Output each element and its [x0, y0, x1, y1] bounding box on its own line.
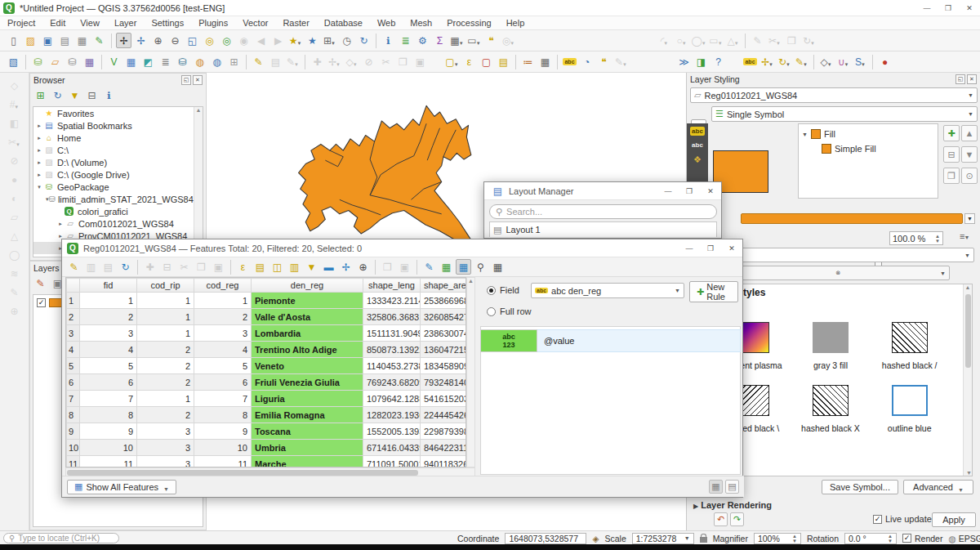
- cell-fid[interactable]: 9: [80, 423, 137, 440]
- attribute-table-grid[interactable]: fidcod_ripcod_regden_regshape_lengshape_…: [65, 277, 466, 467]
- cell-fid[interactable]: 10: [80, 440, 137, 456]
- row-number-cell[interactable]: 8: [67, 407, 80, 423]
- tree-arrow-icon[interactable]: ▸: [35, 172, 43, 178]
- tree-arrow-icon[interactable]: ▸: [35, 147, 43, 154]
- add-wms-layer-icon[interactable]: ◍: [192, 54, 207, 69]
- delete-selected-icon[interactable]: ⊘: [361, 54, 376, 69]
- attr-close-button[interactable]: ✕: [721, 241, 742, 256]
- save-symbol-button[interactable]: Save Symbol...: [822, 480, 898, 494]
- duplicate-symbol-layer-button[interactable]: ❐: [943, 168, 960, 184]
- vertex-editor-icon[interactable]: ◇▼: [818, 54, 834, 69]
- conditional-formatting-icon[interactable]: ✎: [421, 259, 437, 275]
- select-by-expression-icon[interactable]: ε: [461, 54, 477, 69]
- cell-shape_leng[interactable]: 850873.139229: [363, 342, 421, 358]
- delete-feature-row-icon[interactable]: ⊟: [159, 259, 175, 275]
- field-radio[interactable]: Field: [487, 285, 519, 295]
- show-all-features-button[interactable]: ▦ Show All Features ▼: [67, 480, 176, 494]
- browser-float-icon[interactable]: ◱: [181, 75, 191, 85]
- add-selected-layers-icon[interactable]: ⊞: [33, 88, 48, 104]
- cell-cod_reg[interactable]: 10: [194, 440, 252, 456]
- menu-processing[interactable]: Processing: [439, 17, 498, 29]
- lm-minimize-button[interactable]: —: [657, 184, 679, 199]
- cell-cod_rip[interactable]: 1: [137, 293, 194, 309]
- new-project-icon[interactable]: ▯: [6, 33, 21, 48]
- cut-row-icon[interactable]: ✂: [176, 259, 192, 275]
- data-source-manager-icon[interactable]: ▧: [6, 54, 21, 69]
- tracing-icon[interactable]: S▼: [853, 54, 868, 69]
- color-dropdown-icon[interactable]: ▼: [964, 213, 975, 224]
- cell-den_reg[interactable]: Toscana: [252, 423, 363, 440]
- cell-shape_area[interactable]: 9401183265.4: [421, 456, 467, 468]
- menu-web[interactable]: Web: [370, 17, 403, 29]
- menu-raster[interactable]: Raster: [275, 17, 316, 29]
- move-feature-icon[interactable]: ✢▼: [327, 54, 342, 69]
- add-mesh-layer-icon[interactable]: ◩: [140, 54, 156, 69]
- undo-style-button[interactable]: ↶: [714, 512, 728, 526]
- table-row[interactable]: 8828Emilia Romagna1282023.19366224445426…: [67, 407, 467, 423]
- toggle-editing-mode-icon[interactable]: ✎: [66, 259, 82, 275]
- cell-cod_rip[interactable]: 1: [137, 309, 194, 325]
- adv-digitize-tool-9-icon[interactable]: △: [7, 228, 22, 244]
- statistical-summary-icon[interactable]: ≣: [398, 33, 413, 48]
- cell-den_reg[interactable]: Friuli Venezia Giulia: [252, 374, 363, 391]
- label-change-icon[interactable]: ✎▼: [794, 54, 809, 69]
- cell-cod_rip[interactable]: 3: [137, 456, 194, 468]
- style-item-hashed-black-x[interactable]: hashed black X: [791, 385, 871, 433]
- map-tips-2-icon[interactable]: ❝: [596, 54, 612, 69]
- zoom-in-icon[interactable]: ⊕: [150, 33, 166, 48]
- reload-table-icon[interactable]: ↻: [118, 259, 133, 275]
- cell-cod_rip[interactable]: 2: [137, 358, 194, 374]
- browser-item-c-google-drive[interactable]: ▸▨C:\ (Google Drive): [33, 168, 203, 181]
- digitize-rectangle-icon[interactable]: ▭▼: [708, 33, 724, 48]
- scale-combo[interactable]: 1:7253278▼: [632, 533, 694, 544]
- menu-edit[interactable]: Edit: [42, 17, 73, 29]
- column-header-cod_rip[interactable]: cod_rip: [137, 279, 194, 293]
- collapse-all-icon[interactable]: ⊟: [84, 88, 100, 104]
- new-bookmark-icon[interactable]: ★▼: [287, 33, 303, 48]
- table-row[interactable]: 4424Trentino Alto Adige850873.1392291360…: [67, 342, 467, 358]
- style-manager-icon[interactable]: ✎: [91, 33, 107, 48]
- snapping-icon[interactable]: ∪▼: [835, 54, 851, 69]
- label-move-icon[interactable]: ✢▼: [760, 54, 775, 69]
- zoom-out-icon[interactable]: ⊖: [167, 33, 183, 48]
- cell-den_reg[interactable]: Veneto: [252, 358, 363, 374]
- filter-select-icon[interactable]: ▼: [304, 259, 319, 275]
- menu-vector[interactable]: Vector: [235, 17, 275, 29]
- redo-style-button[interactable]: ↷: [730, 512, 744, 526]
- browser-scrollbar[interactable]: ▲: [194, 107, 203, 257]
- add-feature-icon[interactable]: ✚: [310, 54, 325, 69]
- lock-scale-icon[interactable]: [700, 537, 707, 543]
- add-vector-layer-icon[interactable]: V: [106, 54, 122, 69]
- layer-rendering-section[interactable]: ▶ Layer Rendering: [693, 500, 772, 510]
- cell-shape_leng[interactable]: 769243.682097: [363, 374, 421, 391]
- format-rule-row[interactable]: abc 123 @value: [480, 329, 741, 352]
- tree-arrow-icon[interactable]: ▸: [35, 135, 43, 141]
- organize-columns-icon[interactable]: ▦: [490, 259, 506, 275]
- paste-row-icon[interactable]: ▣: [211, 259, 226, 275]
- opacity-spinbox[interactable]: 100.0 % ▲▼: [889, 231, 943, 245]
- lm-close-button[interactable]: ✕: [700, 184, 721, 199]
- adv-digitize-tool-12-icon[interactable]: ✎: [7, 284, 22, 300]
- reshape-features-icon[interactable]: ✎: [750, 33, 765, 48]
- row-number-cell[interactable]: 6: [67, 374, 80, 391]
- cell-cod_reg[interactable]: 11: [194, 456, 252, 468]
- new-map-view-icon[interactable]: ⊞▼: [322, 33, 337, 48]
- tree-arrow-icon[interactable]: ▸: [35, 159, 43, 166]
- style-item-gray-3-fill[interactable]: gray 3 fill: [791, 322, 871, 370]
- add-postgis-layer-icon[interactable]: ⛁: [175, 54, 190, 69]
- cell-den_reg[interactable]: Marche: [252, 456, 363, 468]
- adv-digitize-tool-3-icon[interactable]: ◧: [7, 115, 22, 131]
- cell-cod_reg[interactable]: 8: [194, 407, 252, 423]
- table-row[interactable]: 5525Veneto1140453.2738518345890930: [67, 358, 467, 374]
- cell-shape_leng[interactable]: 1140453.27385: [363, 358, 421, 374]
- cell-den_reg[interactable]: Liguria: [252, 391, 363, 407]
- cell-shape_area[interactable]: 18345890930: [421, 358, 467, 374]
- add-raster-layer-icon[interactable]: ▦: [123, 54, 139, 69]
- paste-cells-icon[interactable]: ▣: [397, 259, 412, 275]
- zoom-native-icon[interactable]: ◉: [236, 33, 252, 48]
- digitize-ellipse-icon[interactable]: ◯▼: [691, 33, 706, 48]
- cell-shape_area[interactable]: 13604721571: [421, 342, 467, 358]
- column-header-shape_area[interactable]: shape_area: [421, 279, 467, 293]
- render-checkbox[interactable]: ✓ Render: [902, 534, 942, 543]
- help-contents-icon[interactable]: ?: [710, 54, 726, 69]
